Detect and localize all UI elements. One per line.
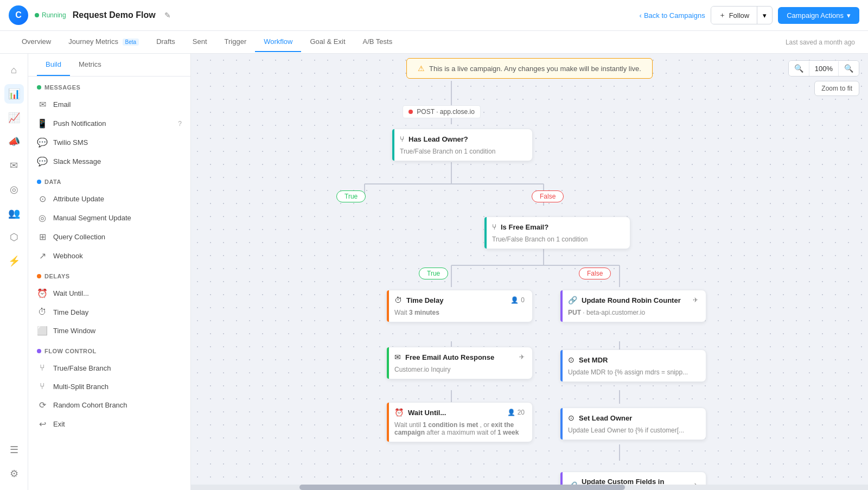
delays-dot — [37, 274, 41, 278]
edit-icon[interactable]: ✎ — [164, 11, 171, 20]
panel-item-query-collection[interactable]: ⊞ Query Collection — [28, 227, 190, 246]
zoom-fit-button[interactable]: Zoom to fit — [814, 81, 859, 96]
section-flow-control: FLOW CONTROL — [28, 340, 190, 359]
messages-dot — [37, 85, 41, 90]
nav-settings-icon[interactable]: ⚙ — [4, 464, 24, 483]
horizontal-scrollbar[interactable] — [191, 485, 868, 490]
zoom-controls: 🔍 100% 🔍 — [788, 60, 859, 77]
node-set-mdr[interactable]: ⊙ Set MDR Update MDR to {% assign mdrs =… — [560, 349, 706, 382]
nav-campaigns-icon[interactable]: 📣 — [4, 132, 24, 151]
email-node-icon: ✉ — [394, 353, 401, 361]
node-subtitle: Wait until 1 condition is met , or exit … — [387, 421, 532, 442]
flow-dot — [37, 349, 41, 353]
node-is-free-email[interactable]: ⑂ Is Free Email? True/False Branch on 1 … — [484, 217, 630, 249]
canvas[interactable]: ⚠ This is a live campaign. Any changes y… — [191, 54, 868, 490]
panel-item-attribute-update[interactable]: ⊙ Attribute Update — [28, 189, 190, 208]
tab-sent[interactable]: Sent — [184, 32, 216, 52]
tab-ab-tests[interactable]: A/B Tests — [354, 32, 401, 52]
alert-banner: ⚠ This is a live campaign. Any changes y… — [406, 58, 653, 79]
panel-tab-metrics[interactable]: Metrics — [70, 54, 110, 76]
node-subtitle: PUT · beta-api.customer.io — [560, 309, 706, 322]
node-border — [484, 217, 487, 249]
node-has-lead-owner[interactable]: ⑂ Has Lead Owner? True/False Branch on 1… — [392, 129, 533, 161]
node-wait-until[interactable]: ⏰ Wait Until... 👤 20 Wait until 1 condit… — [386, 402, 533, 442]
panel-item-manual-segment[interactable]: ◎ Manual Segment Update — [28, 208, 190, 227]
tab-journey-metrics[interactable]: Journey Metrics Beta — [60, 32, 148, 52]
left-nav: ⌂ 📊 📈 📣 ✉ ◎ 👥 ⬡ ⚡ ☰ ⚙ — [0, 54, 28, 490]
node-border — [387, 347, 389, 379]
status-dot — [35, 13, 39, 17]
tab-overview[interactable]: Overview — [13, 32, 60, 52]
section-messages: MESSAGES — [28, 77, 190, 95]
nav-lightning-icon[interactable]: ⚡ — [4, 251, 24, 271]
panel-item-twilio[interactable]: 💬 Twilio SMS — [28, 133, 190, 152]
tab-workflow[interactable]: Workflow — [255, 32, 301, 52]
follow-dropdown-button[interactable]: ▾ — [757, 8, 772, 23]
zoom-in-button[interactable]: 🔍 — [839, 61, 859, 76]
panel-item-true-false[interactable]: ⑂ True/False Branch — [28, 359, 190, 377]
node-badge: 👤 0 — [510, 296, 525, 304]
panel-item-email[interactable]: ✉ Email — [28, 95, 190, 114]
panel-item-random-cohort[interactable]: ⟳ Random Cohort Branch — [28, 396, 190, 415]
email-icon: ✉ — [37, 99, 48, 110]
nav-analytics-icon[interactable]: 📊 — [4, 84, 24, 104]
nav-people-icon[interactable]: 👥 — [4, 203, 24, 223]
node-time-delay[interactable]: ⏱ Time Delay 👤 0 Wait 3 minutes — [386, 290, 533, 322]
campaign-actions-button[interactable]: Campaign Actions ▾ — [778, 7, 859, 24]
panel-tabs: Build Metrics — [28, 54, 190, 77]
panel-item-time-delay[interactable]: ⏱ Time Delay — [28, 303, 190, 321]
nav-chart-icon[interactable]: 📈 — [4, 108, 24, 128]
node-border — [387, 290, 389, 322]
node-update-round-robin[interactable]: 🔗 Update Round Robin Counter ✈ PUT · bet… — [560, 290, 706, 322]
left-nav-bottom: ☰ ⚙ — [0, 440, 28, 483]
panel-tab-build[interactable]: Build — [37, 54, 70, 76]
node-badge: 👤 20 — [507, 409, 525, 416]
nav-messages-icon[interactable]: ✉ — [4, 156, 24, 175]
data-dot — [37, 180, 41, 184]
panel-item-exit[interactable]: ↩ Exit — [28, 415, 190, 434]
node-border — [560, 350, 563, 381]
twilio-icon: 💬 — [37, 137, 48, 148]
segment-icon: ◎ — [37, 213, 48, 223]
alert-icon: ⚠ — [418, 64, 425, 73]
node-subtitle: Wait 3 minutes — [387, 309, 532, 322]
node-set-lead-owner[interactable]: ⊙ Set Lead Owner Update Lead Owner to {%… — [560, 408, 706, 440]
branch-pill-true-1: True — [336, 190, 366, 202]
push-icon: 📱 — [37, 118, 48, 129]
node-free-email-auto[interactable]: ✉ Free Email Auto Response ✈ Customer.io… — [386, 347, 533, 379]
nav-home-icon[interactable]: ⌂ — [4, 60, 24, 80]
attribute-node-icon: ⊙ — [568, 413, 575, 422]
tab-trigger[interactable]: Trigger — [216, 32, 256, 52]
nav-reports-icon[interactable]: ☰ — [4, 440, 24, 460]
wait-node-icon: ⏰ — [394, 408, 404, 417]
page-title: Request Demo Flow — [73, 10, 156, 20]
panel-item-wait-until[interactable]: ⏰ Wait Until... — [28, 284, 190, 303]
panel-item-push[interactable]: 📱 Push Notification ? — [28, 114, 190, 133]
node-header: ⊙ Set Lead Owner — [560, 408, 706, 427]
delay-node-icon: ⏱ — [394, 296, 402, 304]
chevron-down-icon: ▾ — [763, 11, 767, 20]
node-border — [560, 290, 563, 322]
panel-item-webhook[interactable]: ↗ Webhook — [28, 246, 190, 265]
follow-button[interactable]: ＋ Follow — [711, 7, 758, 24]
help-icon[interactable]: ? — [178, 120, 182, 128]
post-label: POST · app.close.io — [403, 105, 481, 118]
chevron-down-icon: ▾ — [847, 11, 851, 20]
topbar-right: ‹ Back to Campaigns ＋ Follow ▾ Campaign … — [640, 6, 859, 24]
panel-item-multi-split[interactable]: ⑂ Multi-Split Branch — [28, 377, 190, 396]
window-icon: ⬜ — [37, 326, 48, 336]
panel-item-time-window[interactable]: ⬜ Time Window — [28, 321, 190, 340]
scrollbar-thumb[interactable] — [299, 485, 625, 490]
branch-pill-false-1: False — [532, 190, 564, 202]
people-icon: 👤 — [507, 409, 515, 416]
post-dot — [409, 110, 413, 114]
tab-goal-exit[interactable]: Goal & Exit — [301, 32, 354, 52]
panel-item-slack[interactable]: 💬 Slack Message — [28, 152, 190, 171]
panel: Build Metrics MESSAGES ✉ Email 📱 Push No… — [28, 54, 191, 490]
nav-integrations-icon[interactable]: ⬡ — [4, 227, 24, 247]
zoom-out-button[interactable]: 🔍 — [789, 61, 809, 76]
node-header: 🔗 Update Round Robin Counter ✈ — [560, 290, 706, 309]
nav-segments-icon[interactable]: ◎ — [4, 180, 24, 199]
tab-drafts[interactable]: Drafts — [148, 32, 184, 52]
back-to-campaigns-link[interactable]: ‹ Back to Campaigns — [640, 11, 705, 20]
